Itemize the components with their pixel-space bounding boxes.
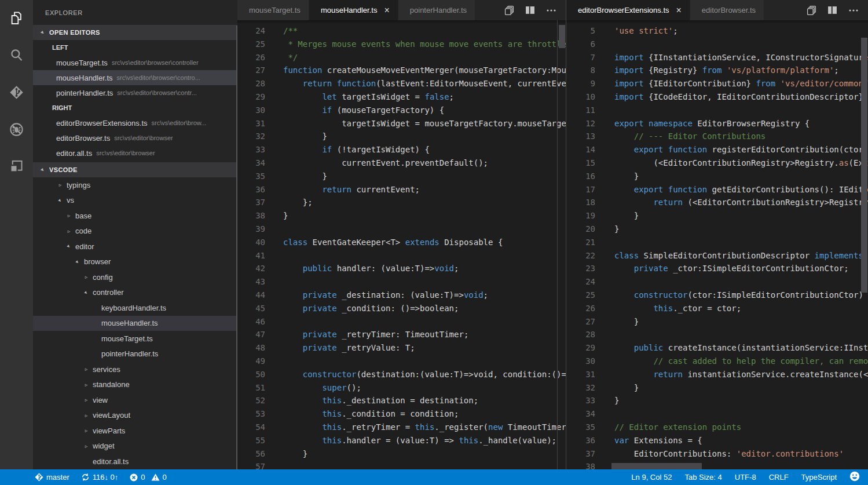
code-line[interactable]: 50 constructor(destination:(value:T)=>vo… xyxy=(237,368,566,381)
open-editor-item[interactable]: editorBrowser.ts src\vs\editor\browser xyxy=(33,130,237,145)
code-line[interactable]: 36 var Extensions = { xyxy=(566,434,868,447)
code-line[interactable]: 34 currentEvent.preventDefault(); xyxy=(237,156,566,170)
scrollbar-slider[interactable] xyxy=(559,25,565,48)
code-line[interactable]: 47 private _retryTimer: TimeoutTimer; xyxy=(237,328,566,341)
status-tab-size[interactable]: Tab Size: 4 xyxy=(684,473,721,482)
code-line[interactable]: 10 import {ICodeEditor, IEditorContribut… xyxy=(566,90,868,104)
code-line[interactable]: 48 private _retryValue: T; xyxy=(237,341,566,355)
vertical-scrollbar[interactable] xyxy=(860,20,868,469)
editor-tab[interactable]: mouseHandler.ts × xyxy=(309,0,398,20)
code-line[interactable]: 42 public handler: (value:T)=>void; xyxy=(237,262,566,275)
search-icon[interactable] xyxy=(8,46,25,64)
open-editors-stack-icon[interactable] xyxy=(504,5,514,15)
tree-item[interactable]: ▸ controller xyxy=(33,285,237,301)
tree-item[interactable]: ▹ viewParts xyxy=(33,423,237,439)
tree-item[interactable]: ▸ vs xyxy=(33,193,237,209)
code-line[interactable]: 33 } xyxy=(566,394,868,407)
code-line[interactable]: 22 class SimpleEditorContributionDescrip… xyxy=(566,249,868,262)
code-line[interactable]: 33 if (!targetIsWidget) { xyxy=(237,143,566,156)
source-control-icon[interactable] xyxy=(8,83,25,101)
editor-tab[interactable]: editorBrowserExtensions.ts × xyxy=(566,0,690,20)
code-line[interactable]: 46 xyxy=(237,315,566,329)
editor-tab[interactable]: pointerHandler.ts × xyxy=(398,0,475,20)
extensions-icon[interactable] xyxy=(8,158,25,175)
code-line[interactable]: 5 'use strict'; xyxy=(566,24,868,38)
code-line[interactable]: 49 xyxy=(237,355,566,368)
open-editors-header[interactable]: ▸ OPEN EDITORS xyxy=(33,25,237,40)
code-line[interactable]: 30 if (mouseTargetFactory) { xyxy=(237,104,566,117)
tree-item[interactable]: ▹ viewLayout xyxy=(33,408,237,424)
editor-tab[interactable]: editorBrowser.ts × xyxy=(690,0,764,20)
code-line[interactable]: 23 private _ctor:ISimpleEditorContributi… xyxy=(566,262,868,275)
code-line[interactable]: 45 private _condition: ()=>boolean; xyxy=(237,302,566,315)
code-line[interactable]: 28 return function(lastEvent:EditorMouse… xyxy=(237,77,566,90)
code-line[interactable]: 39 xyxy=(237,223,566,236)
code-line[interactable]: 29 let targetIsWidget = false; xyxy=(237,90,566,104)
code-editor[interactable]: 5 'use strict'; 6 7 import {IInstantiati… xyxy=(566,20,868,469)
tree-item[interactable]: ▸ editor xyxy=(33,239,237,254)
code-line[interactable]: 12 export namespace EditorBrowserRegistr… xyxy=(566,117,868,130)
problems-indicator[interactable]: 0 0 xyxy=(130,473,166,482)
code-line[interactable]: 43 xyxy=(237,275,566,289)
code-line[interactable]: 6 xyxy=(566,38,868,51)
code-line[interactable]: 19 } xyxy=(566,209,868,223)
split-editor-icon[interactable] xyxy=(525,6,535,14)
tree-item[interactable]: ▹ code xyxy=(33,224,237,239)
code-line[interactable]: 57 xyxy=(237,460,566,469)
editor-tab[interactable]: mouseTarget.ts × xyxy=(237,0,309,20)
code-line[interactable]: 24 /** xyxy=(237,24,566,38)
code-line[interactable]: 44 private _destination: (value:T)=>void… xyxy=(237,289,566,302)
code-line[interactable]: 11 xyxy=(566,104,868,117)
code-line[interactable]: 15 (<EditorContributionRegistry>Registry… xyxy=(566,156,868,170)
status-cursor-position[interactable]: Ln 9, Col 52 xyxy=(631,473,672,482)
code-line[interactable]: 54 this._retryTimer = this._register(new… xyxy=(237,421,566,434)
tree-item[interactable]: editor.all.ts xyxy=(33,454,237,469)
open-editor-item[interactable]: mouseHandler.ts src\vs\editor\browser\co… xyxy=(33,70,237,85)
code-line[interactable]: 20 } xyxy=(566,223,868,236)
open-editors-stack-icon[interactable] xyxy=(807,5,816,15)
code-line[interactable]: 26 this._ctor = ctor; xyxy=(566,302,868,315)
tree-item[interactable]: keyboardHandler.ts xyxy=(33,300,237,316)
tree-item[interactable]: pointerHandler.ts xyxy=(33,347,237,362)
split-editor-icon[interactable] xyxy=(827,6,837,14)
code-line[interactable]: 34 xyxy=(566,407,868,421)
code-line[interactable]: 55 this.handler = (value:T) => this._han… xyxy=(237,434,566,447)
code-line[interactable]: 30 // cast added to help the compiler, c… xyxy=(566,355,868,368)
tree-item[interactable]: mouseHandler.ts xyxy=(33,316,237,331)
tree-item[interactable]: ▸ browser xyxy=(33,254,237,270)
code-line[interactable]: 25 constructor(ctor:ISimpleEditorContrib… xyxy=(566,289,868,302)
feedback-smiley-icon[interactable] xyxy=(849,471,860,483)
code-line[interactable]: 13 // --- Editor Contributions xyxy=(566,130,868,143)
tree-item[interactable]: ▹ base xyxy=(33,208,237,224)
code-line[interactable]: 51 super(); xyxy=(237,381,566,395)
code-line[interactable]: 35 // Editor extension points xyxy=(566,421,868,434)
status-eol[interactable]: CRLF xyxy=(769,473,789,482)
tree-item[interactable]: mouseTarget.ts xyxy=(33,331,237,347)
code-line[interactable]: 36 return currentEvent; xyxy=(237,183,566,196)
horizontal-scrollbar-slider[interactable] xyxy=(611,463,702,469)
code-line[interactable]: 14 export function registerEditorContrib… xyxy=(566,143,868,156)
code-line[interactable]: 40 class EventGateKeeper<T> extends Disp… xyxy=(237,236,566,249)
explorer-icon[interactable] xyxy=(8,9,25,27)
sync-indicator[interactable]: 116↓ 0↑ xyxy=(81,473,119,482)
code-line[interactable]: 32 } xyxy=(566,381,868,395)
code-line[interactable]: 29 public createInstance(instantiationSe… xyxy=(566,341,868,355)
code-line[interactable]: 27 } xyxy=(566,315,868,329)
tree-item[interactable]: ▹ widget xyxy=(33,439,237,454)
status-encoding[interactable]: UTF-8 xyxy=(735,473,756,482)
code-line[interactable]: 28 xyxy=(566,328,868,341)
code-line[interactable]: 21 xyxy=(566,236,868,249)
code-line[interactable]: 31 return instantiationService.createIns… xyxy=(566,368,868,381)
vertical-scrollbar[interactable] xyxy=(557,20,566,469)
code-line[interactable]: 24 xyxy=(566,275,868,289)
tree-item[interactable]: ▹ standalone xyxy=(33,377,237,393)
code-line[interactable]: 18 return (<EditorContributionRegistry>R… xyxy=(566,196,868,209)
tree-item[interactable]: ▹ view xyxy=(33,392,237,408)
code-line[interactable]: 27 function createMouseMoveEventMerger(m… xyxy=(237,64,566,77)
close-icon[interactable]: × xyxy=(676,6,682,15)
code-line[interactable]: 7 import {IInstantiationService, IConstr… xyxy=(566,51,868,64)
git-branch-indicator[interactable]: master xyxy=(35,473,69,482)
open-editor-item[interactable]: pointerHandler.ts src\vs\editor\browser\… xyxy=(33,85,237,100)
folder-section-header[interactable]: ▸ VSCODE xyxy=(33,162,237,177)
code-line[interactable]: 38 } xyxy=(237,209,566,223)
